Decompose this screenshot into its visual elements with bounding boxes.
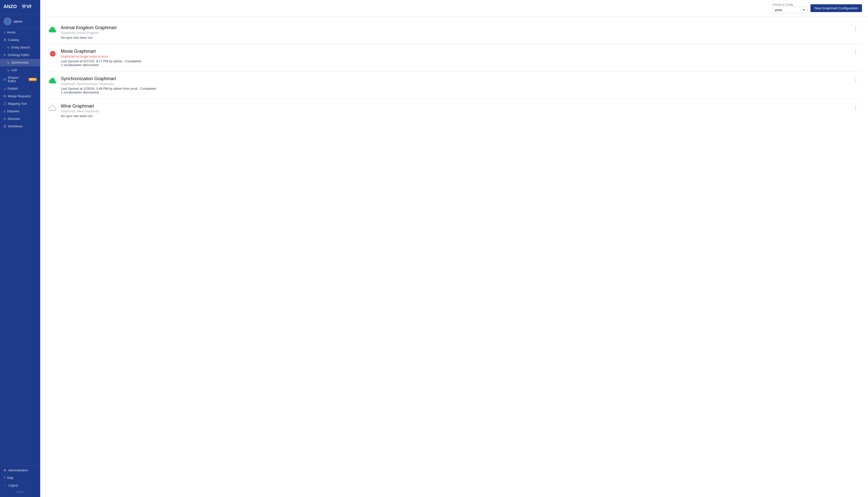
graphmart-menu-animal-kingdom[interactable]: ⋮	[851, 25, 860, 33]
sidebar-item-mapping-tool[interactable]: ☐ Mapping Tool	[0, 100, 40, 108]
sidebar-item-workflows-label: Workflows	[8, 125, 23, 128]
sidebar-item-mapping-tool-label: Mapping Tool	[8, 102, 27, 105]
help-icon: ?	[3, 476, 5, 480]
user-profile[interactable]: 👤 admin	[0, 14, 40, 29]
sidebar-item-datasets[interactable]: ≡ Datasets	[0, 108, 40, 115]
graphmart-info-wine: Wine Graphmart Graphmart: Wine Graphmart…	[61, 103, 848, 118]
beta-badge: BETA	[29, 78, 37, 81]
sidebar-item-merge-requests[interactable]: ✉ Merge Requests	[0, 93, 40, 100]
workflows-icon: ☰	[3, 125, 6, 128]
sidebar-item-administration[interactable]: ⚙ Administration	[0, 467, 40, 474]
sidebar-item-logout-label: Logout	[8, 484, 18, 487]
sidebar-item-catalog-label: Catalog	[8, 38, 19, 42]
sidebar: ANZO VM 👤 admin ⌂ Home ☰ Catalog ↳ Entit…	[0, 0, 40, 497]
sidebar-item-administration-label: Administration	[8, 469, 28, 472]
new-graphmart-config-button[interactable]: New Graphmart Configuration	[810, 4, 862, 12]
sidebar-item-logout[interactable]: → Logout	[0, 482, 40, 489]
svg-text:ANZO: ANZO	[3, 4, 17, 9]
graphmart-subtitle-wine: Graphmart: Wine Graphmart	[61, 110, 848, 113]
graphmart-menu-movie[interactable]: ⋮	[851, 49, 860, 56]
graphmart-cloud-icon-animal-kingdom	[48, 26, 57, 35]
app-version: v4.0.0	[0, 489, 40, 495]
home-icon: ⌂	[3, 31, 5, 34]
graphmart-subtitle-animal-kingdom: Graphmart: Animal Kingdom	[61, 31, 848, 35]
svg-text:−: −	[52, 52, 54, 56]
config-select[interactable]: prod dev staging	[772, 6, 808, 13]
sidebar-item-workflows[interactable]: ☰ Workflows	[0, 123, 40, 130]
avatar: 👤	[3, 17, 12, 25]
graphmart-item-wine: Wine Graphmart Graphmart: Wine Graphmart…	[46, 99, 862, 122]
sidebar-item-shapes-editor[interactable]: ⊡ Shapes Editor BETA	[0, 74, 40, 85]
sidebar-item-entity-search[interactable]: ↳ Entity Search	[0, 44, 40, 51]
graphmart-info-animal-kingdom: Animal Kingdom Graphmart Graphmart: Anim…	[61, 25, 848, 40]
graphmart-item-synchronization: Synchronization Graphmart Graphmart: Syn…	[46, 72, 862, 99]
sidebar-bottom: ⚙ Administration ? Help → Logout v4.0.0	[0, 465, 40, 497]
datasets-icon: ≡	[3, 110, 5, 113]
config-label: Choose a Config	[772, 3, 808, 6]
graphmart-no-sync-wine: No sync has been run	[61, 114, 848, 118]
sidebar-item-help[interactable]: ? Help	[0, 474, 40, 482]
graphmart-sync-synchronization: Last Synced at 1/29/24, 3:48 PM by admin…	[61, 87, 848, 90]
ontology-editor-icon: ✎	[3, 53, 6, 57]
top-bar: Choose a Config prod dev staging New Gra…	[40, 0, 868, 17]
graphmart-vocab-movie: 1 vocabularies discovered	[61, 63, 848, 67]
graphmart-subtitle-synchronization: Graphmart: Synchronization Vocabulary	[61, 82, 848, 86]
graphmart-menu-synchronization[interactable]: ⋮	[851, 76, 860, 84]
synchronize-icon: ↳	[7, 61, 10, 64]
graphmart-cloud-icon-movie: −	[48, 49, 57, 58]
svg-point-3	[23, 6, 25, 8]
graphmart-list: Animal Kingdom Graphmart Graphmart: Anim…	[40, 17, 868, 497]
sidebar-item-synchronize[interactable]: ↳ Synchronize	[0, 59, 40, 66]
graphmart-cloud-icon-synchronization	[48, 77, 57, 86]
graphmart-item-animal-kingdom: Animal Kingdom Graphmart Graphmart: Anim…	[46, 20, 862, 44]
administration-icon: ⚙	[3, 469, 6, 472]
nav-section: ⌂ Home ☰ Catalog ↳ Entity Search ✎ Ontol…	[0, 29, 40, 465]
username: admin	[14, 19, 23, 23]
main-content: Choose a Config prod dev staging New Gra…	[40, 0, 868, 497]
graphmart-cloud-icon-wine	[48, 104, 57, 113]
discover-icon: ⊙	[3, 117, 6, 120]
sidebar-item-datasets-label: Datasets	[7, 110, 19, 113]
link-icon: ↳	[7, 68, 10, 72]
sidebar-item-link-label: Link	[11, 68, 17, 72]
sidebar-item-synchronize-label: Synchronize	[11, 61, 29, 64]
sidebar-item-help-label: Help	[7, 476, 14, 480]
sidebar-item-merge-requests-label: Merge Requests	[8, 95, 31, 98]
sidebar-item-publish-label: Publish	[8, 87, 18, 90]
svg-text:VM: VM	[26, 4, 31, 9]
app-logo: ANZO VM	[0, 0, 40, 14]
sidebar-item-publish[interactable]: ◁ Publish	[0, 85, 40, 93]
graphmart-title-wine: Wine Graphmart	[61, 103, 848, 109]
catalog-icon: ☰	[3, 38, 6, 42]
graphmart-item-movie: − Movie Graphmart Graphmart no longer ex…	[46, 44, 862, 72]
entity-search-icon: ↳	[7, 46, 10, 49]
graphmart-sync-movie: Last Synced at 6/27/22, 9:17 PM by admin…	[61, 59, 848, 63]
merge-requests-icon: ✉	[3, 95, 6, 98]
sidebar-item-link[interactable]: ↳ Link	[0, 66, 40, 74]
sidebar-item-home[interactable]: ⌂ Home	[0, 29, 40, 36]
sidebar-item-shapes-editor-label: Shapes Editor	[8, 76, 26, 83]
sidebar-item-ontology-editor-label: Ontology Editor	[8, 53, 29, 57]
sidebar-item-ontology-editor[interactable]: ✎ Ontology Editor	[0, 51, 40, 59]
sidebar-item-entity-search-label: Entity Search	[11, 46, 30, 49]
config-selector-wrap: Choose a Config prod dev staging	[772, 3, 808, 13]
graphmart-no-sync-animal-kingdom: No sync has been run	[61, 36, 848, 40]
graphmart-info-synchronization: Synchronization Graphmart Graphmart: Syn…	[61, 76, 848, 94]
sidebar-item-discover[interactable]: ⊙ Discover	[0, 115, 40, 123]
publish-icon: ◁	[3, 87, 6, 90]
graphmart-menu-wine[interactable]: ⋮	[851, 103, 860, 111]
sidebar-item-catalog[interactable]: ☰ Catalog	[0, 36, 40, 44]
graphmart-title-synchronization: Synchronization Graphmart	[61, 76, 848, 81]
logout-icon: →	[3, 484, 6, 487]
graphmart-error-movie: Graphmart no longer exists in Anzo	[61, 55, 848, 58]
graphmart-title-animal-kingdom: Animal Kingdom Graphmart	[61, 25, 848, 30]
sidebar-item-discover-label: Discover	[8, 117, 20, 120]
avatar-icon: 👤	[5, 19, 10, 23]
shapes-editor-icon: ⊡	[3, 77, 6, 81]
mapping-tool-icon: ☐	[3, 102, 6, 105]
graphmart-title-movie: Movie Graphmart	[61, 49, 848, 54]
graphmart-vocab-synchronization: 1 vocabularies discovered	[61, 90, 848, 94]
sidebar-item-home-label: Home	[7, 31, 15, 34]
graphmart-info-movie: Movie Graphmart Graphmart no longer exis…	[61, 49, 848, 67]
